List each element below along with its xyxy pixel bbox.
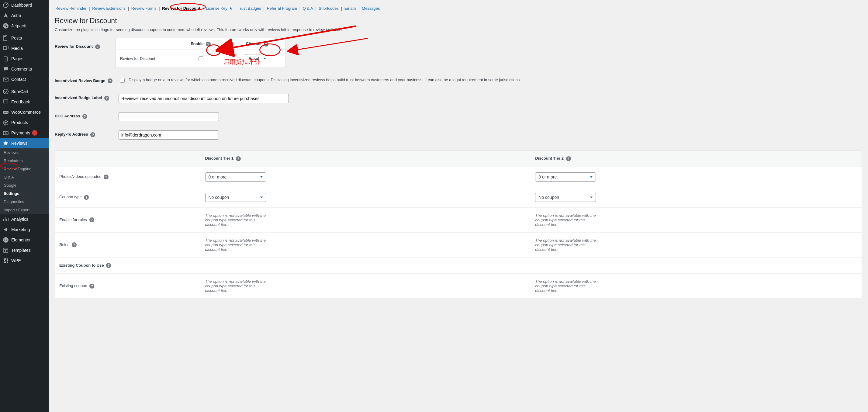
help-icon[interactable] [84,195,89,200]
sidebar-item-label: Dashboard [11,3,32,8]
sidebar-item-reviews[interactable]: Reviews [0,138,49,148]
sidebar-sub-google[interactable]: Google [0,181,49,189]
row-label-incentivized-badge: Incentivized Review Badge [55,78,105,83]
elementor-icon [3,237,9,243]
coupon-type-tier1-select[interactable]: No coupon [205,193,266,202]
help-icon[interactable] [90,132,95,137]
help-icon[interactable] [72,242,76,247]
sidebar-item-media[interactable]: Media [0,43,49,54]
sidebar-item-products[interactable]: Products [0,117,49,128]
review-for-discount-card: Enable Channel Review for Discount Email [116,38,286,68]
help-icon[interactable] [264,42,269,46]
tab-messages[interactable]: Messages [361,6,380,11]
sidebar-item-feedback[interactable]: Feedback [0,97,49,107]
tab-referral-program[interactable]: Referral Program [266,6,298,11]
photos-videos-uploaded-tier1-select[interactable]: 0 or more [205,172,266,182]
sidebar-item-comments[interactable]: Comments [0,64,49,74]
sidebar-item-payments[interactable]: $Payments1 [0,128,49,138]
help-icon[interactable] [104,175,108,180]
tab-q-a[interactable]: Q & A [302,6,314,11]
help-icon[interactable] [206,42,211,46]
svg-rect-11 [5,239,5,241]
row-label-reply-to: Reply-To Address [55,132,88,136]
tab-emails[interactable]: Emails [344,6,357,11]
help-icon[interactable] [566,156,571,161]
tier2-header: Discount Tier 2 [535,156,564,161]
enable-review-for-discount-checkbox[interactable] [198,56,204,61]
tab-license-key[interactable]: License Key [205,6,228,11]
tier1-header: Discount Tier 1 [205,156,234,161]
sidebar-sub-reviews[interactable]: Reviews [0,148,49,157]
incentivized-badge-checkbox[interactable] [120,78,125,83]
channel-select-value: Email [248,56,259,61]
sidebar-item-contact[interactable]: Contact [0,74,49,85]
sidebar-item-label: Contact [11,77,26,82]
help-icon[interactable] [107,78,113,83]
sidebar-item-posts[interactable]: Posts [0,33,49,43]
help-icon[interactable] [89,217,94,222]
help-icon[interactable] [104,96,109,101]
tab-trust-badges[interactable]: Trust Badges [237,6,262,11]
sidebar-item-analytics[interactable]: Analytics [0,214,49,224]
bcc-address-input[interactable] [119,112,219,121]
sidebar-item-dashboard[interactable]: Dashboard [0,0,49,10]
tier-row-label: Enable for roles [59,217,87,222]
sidebar-item-astra[interactable]: Astra [0,10,49,21]
sidebar-sub-import-export[interactable]: Import / Export [0,206,49,214]
discount-tier-table: Discount Tier 1 Discount Tier 2 Photos/v… [55,150,862,298]
tier-row-label: Coupon type [59,195,82,199]
sidebar-item-pages[interactable]: Pages [0,54,49,64]
svg-point-4 [3,89,8,94]
sidebar-item-label: Payments [11,130,30,135]
tier-row-label: Existing coupon [59,283,87,288]
sidebar-item-wpe[interactable]: WPE [0,255,49,266]
sidebar-item-label: SureCart [11,89,28,94]
sidebar-submenu: ReviewsRemindersReview TaggingQ & AGoogl… [0,148,49,214]
sidebar-item-elementor[interactable]: Elementor [0,235,49,245]
woo-icon: Woo [3,109,9,115]
marketing-icon [3,226,9,232]
svg-rect-13 [6,240,7,240]
help-icon[interactable] [106,263,111,268]
reply-to-address-input[interactable] [119,130,219,139]
page-description: Customize the plugin's settings for send… [55,27,862,32]
tab-shortcodes[interactable]: Shortcodes [318,6,339,11]
sidebar-item-templates[interactable]: Templates [0,245,49,255]
sidebar-sub-settings[interactable]: Settings [0,189,49,198]
help-icon[interactable] [236,156,241,161]
photos-videos-uploaded-tier2-select[interactable]: 0 or more [535,172,596,182]
incentivized-badge-label-input[interactable] [119,94,289,103]
tier-section-header: Existing Coupon to Use [59,263,104,267]
sidebar-sub-q-a[interactable]: Q & A [0,173,49,181]
tier-row-label: Photos/videos uploaded [59,174,101,179]
tab-review-extensions[interactable]: Review Extensions [92,6,126,11]
media-icon [3,45,9,52]
help-icon[interactable] [95,44,100,49]
help-icon[interactable] [89,284,94,289]
channel-select[interactable]: Email [245,54,269,63]
sidebar-item-marketing[interactable]: Marketing [0,224,49,235]
svg-point-2 [6,47,7,49]
tier-unavailable-note: The option is not available with the cou… [535,279,596,293]
sidebar-sub-review-tagging[interactable]: Review Tagging [0,165,49,173]
help-icon[interactable] [83,114,87,119]
wpe-icon [3,257,9,264]
tab-review-reminder[interactable]: Review Reminder [55,6,87,11]
sidebar-item-label: WooCommerce [11,110,41,115]
sidebar-sub-reminders[interactable]: Reminders [0,157,49,165]
svg-rect-21 [5,261,6,263]
coupon-type-tier2-select[interactable]: No coupon [535,193,596,202]
tier-unavailable-note: The option is not available with the cou… [535,238,596,252]
tier-row-label: Roles [59,242,69,247]
svg-rect-17 [7,258,8,260]
row-label-review-for-discount: Review for Discount [55,44,93,49]
svg-point-1 [3,23,8,29]
tab-review-for-discount[interactable]: Review for Discount [161,6,201,11]
sidebar-sub-diagnostics[interactable]: Diagnostics [0,198,49,206]
sidebar-item-jetpack[interactable]: Jetpack [0,21,49,31]
sidebar-item-surecart[interactable]: SureCart [0,86,49,97]
tab-review-forms[interactable]: Review Forms [131,6,157,11]
sidebar-item-woocommerce[interactable]: WooWooCommerce [0,107,49,117]
products-icon [3,120,9,126]
comments-icon [3,66,9,72]
